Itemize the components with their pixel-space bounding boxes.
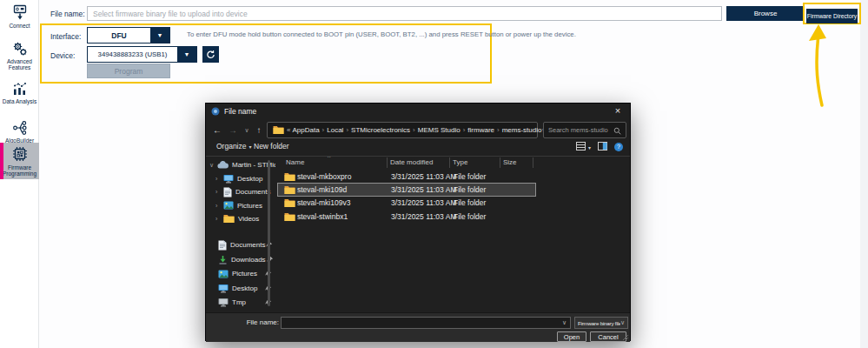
nav-scrollbar[interactable] <box>268 160 270 306</box>
nav-pinned: DocumentsDownloadsPicturesDesktopTmpMusi… <box>206 238 275 313</box>
desktop-icon <box>223 174 234 184</box>
breadcrumb-segment-stmicroelectronics[interactable]: STMicroelectronics <box>351 126 410 134</box>
sidebar: ConnectAdvanced FeaturesData AnalysisAlg… <box>0 0 39 348</box>
document-icon <box>218 240 227 251</box>
sidebar-item-advanced-features[interactable]: Advanced Features <box>0 39 39 71</box>
column-header-name[interactable]: Name <box>286 158 304 166</box>
file-list: NameDate modifiedTypeSize^ steval-mkboxp… <box>277 157 628 312</box>
file-type: File folder <box>454 172 486 181</box>
chevron-expanded-icon[interactable]: ∨ <box>209 162 217 169</box>
nav-item-videos[interactable]: ›Videos <box>206 212 275 226</box>
breadcrumb-segment-mems-studio[interactable]: MEMS Studio <box>418 126 461 134</box>
sidebar-item-algobuilder[interactable]: AlgoBuilder <box>0 118 39 144</box>
search-input[interactable] <box>548 126 613 134</box>
back-icon[interactable]: ← <box>211 123 223 138</box>
nav-pinned-item-documents[interactable]: Documents <box>206 238 275 253</box>
preview-pane-icon[interactable] <box>598 142 607 152</box>
file-name: steval-stwinbx1 <box>297 212 348 221</box>
file-row-steval-mkboxpro[interactable]: steval-mkboxpro3/31/2025 11:03 AMFile fo… <box>278 171 535 183</box>
browse-button[interactable]: Browse <box>726 6 805 21</box>
new-folder-button[interactable]: New folder <box>254 142 289 151</box>
breadcrumb-segment-firmware[interactable]: firmware <box>467 126 494 134</box>
nav-item-label: Videos <box>238 215 259 223</box>
folder-icon <box>284 185 295 195</box>
chevron-down-icon[interactable]: ▼ <box>177 47 196 62</box>
history-chevron-icon[interactable]: ∨ <box>241 123 253 138</box>
nav-item-pictures[interactable]: ›Pictures <box>206 199 275 213</box>
interface-value: DFU <box>88 28 150 43</box>
file-row-steval-mki109v3[interactable]: steval-mki109v33/31/2025 11:03 AMFile fo… <box>278 197 535 209</box>
picture-icon <box>223 201 234 210</box>
file-type-select[interactable]: Firmware binary file (*.bin) ∨ <box>574 317 628 329</box>
chevron-down-icon: ▾ <box>249 144 252 150</box>
file-dialog: File name × ← → ∨ ↑ « AppData›Local›STMi… <box>205 103 631 341</box>
nav-pinned-item-desktop[interactable]: Desktop <box>206 281 275 296</box>
chip-icon <box>11 145 29 163</box>
help-icon[interactable]: ? <box>614 143 623 151</box>
column-header-date-modified[interactable]: Date modified <box>390 158 433 166</box>
footer-file-name-input[interactable] <box>282 319 562 327</box>
firmware-file-input[interactable] <box>87 6 722 21</box>
nav-pinned-item-downloads[interactable]: Downloads <box>206 252 275 267</box>
resize-grip-icon[interactable] <box>622 334 629 341</box>
chevron-down-icon[interactable]: ∨ <box>562 319 567 326</box>
sidebar-item-firmware-programming[interactable]: Firmware Programming <box>0 143 39 179</box>
organize-menu[interactable]: Organize▾ <box>216 142 252 151</box>
dialog-title-bar[interactable]: File name × <box>206 104 630 118</box>
column-header-type[interactable]: Type <box>453 158 467 166</box>
firmware-directory-button[interactable]: Firmware Directory <box>806 9 858 23</box>
dialog-body: ∨Martin - STMicr›Desktop›Documents›Pictu… <box>206 156 630 312</box>
chevron-collapsed-icon[interactable]: › <box>215 203 223 209</box>
device-select[interactable]: 349438883233 (USB1) ▼ <box>87 46 197 63</box>
algo-nodes-icon <box>12 120 28 136</box>
gears-icon <box>12 41 28 57</box>
view-details-icon[interactable] <box>576 142 586 152</box>
sidebar-item-data-analysis[interactable]: Data Analysis <box>0 79 39 104</box>
file-name-label: File name: <box>50 10 85 18</box>
refresh-devices-button[interactable] <box>202 46 219 63</box>
breadcrumb-segment-appdata[interactable]: AppData <box>292 126 319 134</box>
chevron-collapsed-icon[interactable]: › <box>215 189 223 195</box>
nav-pinned-item-tmp[interactable]: Tmp <box>206 296 275 311</box>
column-separator[interactable] <box>500 157 500 168</box>
chevron-down-icon[interactable]: ▼ <box>150 28 169 43</box>
window-margin <box>860 0 868 348</box>
close-icon[interactable]: × <box>606 104 630 118</box>
forward-icon[interactable]: → <box>227 123 239 138</box>
program-button[interactable]: Program <box>87 64 170 78</box>
up-icon[interactable]: ↑ <box>253 123 265 138</box>
chevron-collapsed-icon[interactable]: › <box>215 216 223 222</box>
nav-item-label: Downloads <box>231 256 266 264</box>
nav-item-documents[interactable]: ›Documents <box>206 185 275 199</box>
nav-item-desktop[interactable]: ›Desktop <box>206 172 275 186</box>
sidebar-item-connect[interactable]: Connect <box>0 3 39 29</box>
nav-item-martin-stmicr[interactable]: ∨Martin - STMicr <box>206 158 275 172</box>
folder-icon <box>284 198 295 208</box>
breadcrumb-separator-icon: › <box>322 126 325 134</box>
breadcrumb-overflow[interactable]: « <box>287 126 290 134</box>
nav-pinned-item-pictures[interactable]: Pictures <box>206 267 275 282</box>
file-date-modified: 3/31/2025 11:03 AM <box>391 198 456 207</box>
file-list-header: NameDate modifiedTypeSize^ <box>277 157 628 169</box>
breadcrumb[interactable]: « AppData›Local›STMicroelectronics›MEMS … <box>267 122 538 138</box>
column-separator[interactable] <box>449 157 450 168</box>
dialog-toolbar: Organize▾ New folder ▾ ? <box>206 142 630 154</box>
chevron-collapsed-icon[interactable]: › <box>215 176 223 182</box>
monitor-icon <box>218 298 229 307</box>
interface-select[interactable]: DFU ▼ <box>87 27 170 44</box>
breadcrumb-segment-local[interactable]: Local <box>327 126 343 134</box>
cancel-button[interactable]: Cancel <box>590 331 626 342</box>
file-row-steval-stwinbx1[interactable]: steval-stwinbx13/31/2025 11:03 AMFile fo… <box>278 211 535 223</box>
column-header-size[interactable]: Size <box>503 158 517 166</box>
open-button[interactable]: Open <box>557 331 586 342</box>
file-row-steval-mki109d[interactable]: steval-mki109d3/31/2025 11:03 AMFile fol… <box>278 184 535 196</box>
dialog-address-row: ← → ∨ ↑ « AppData›Local›STMicroelectroni… <box>206 121 630 140</box>
column-separator[interactable] <box>533 157 533 168</box>
view-dropdown-icon[interactable]: ▾ <box>588 144 591 151</box>
footer-file-name-combo: ∨ <box>281 317 571 329</box>
file-name: steval-mkboxpro <box>297 172 351 181</box>
column-separator[interactable] <box>387 157 388 168</box>
folder-icon <box>273 125 284 135</box>
search-box <box>543 122 626 138</box>
breadcrumb-segment-mems-studio[interactable]: mems-studio <box>502 126 542 134</box>
